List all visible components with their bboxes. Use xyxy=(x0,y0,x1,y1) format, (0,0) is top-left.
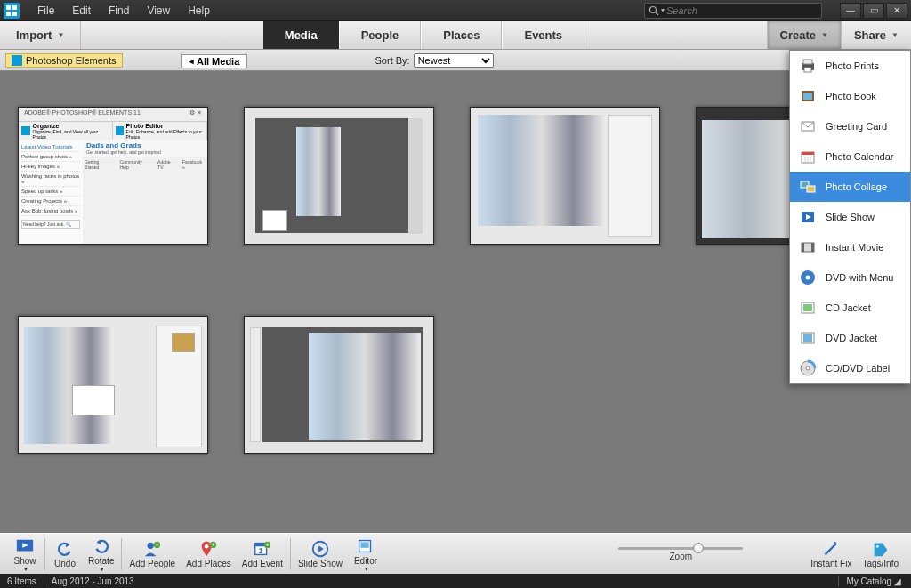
svg-rect-27 xyxy=(803,304,812,311)
breadcrumb-photoshop-elements[interactable]: Photoshop Elements xyxy=(5,53,123,68)
import-button[interactable]: Import▼ xyxy=(0,21,81,49)
minimize-button[interactable]: — xyxy=(840,3,861,19)
create-photo-prints[interactable]: Photo Prints xyxy=(790,51,910,81)
svg-text:+: + xyxy=(265,542,269,548)
thumbnail[interactable] xyxy=(470,107,660,245)
svg-point-31 xyxy=(806,366,810,370)
tab-people[interactable]: People xyxy=(339,21,422,49)
add-event-button[interactable]: 1+ Add Event xyxy=(237,539,288,568)
menubar: File Edit Find View Help ▾ — ▭ ✕ xyxy=(0,0,911,21)
thumbnail[interactable] xyxy=(18,316,208,454)
filter-bar: Photoshop Elements Sort By: Newest xyxy=(0,50,911,71)
rotate-icon xyxy=(92,536,111,556)
menu-find[interactable]: Find xyxy=(100,1,138,20)
search-input[interactable] xyxy=(666,5,818,16)
item-count: 6 Items xyxy=(7,576,36,586)
create-photo-calendar[interactable]: Photo Calendar xyxy=(790,141,910,172)
create-greeting-card[interactable]: Greeting Card xyxy=(790,111,910,141)
create-menu: Photo Prints Photo Book Greeting Card Ph… xyxy=(789,50,911,384)
svg-rect-7 xyxy=(803,60,812,64)
filter-all-media[interactable]: ◂ All Media xyxy=(181,54,247,68)
svg-rect-3 xyxy=(12,12,17,16)
create-slide-show[interactable]: Slide Show xyxy=(790,202,910,232)
svg-rect-0 xyxy=(6,5,11,10)
bottom-toolbar: Show▼ Undo Rotate▼ + Add People + Add Pl… xyxy=(0,533,911,574)
thumbnail[interactable] xyxy=(244,107,434,245)
svg-text:+: + xyxy=(156,542,159,548)
show-button[interactable]: Show▼ xyxy=(7,536,43,572)
editor-icon xyxy=(356,536,375,556)
play-circle-icon xyxy=(310,539,330,559)
app-icon xyxy=(4,3,20,19)
tags-info-button[interactable]: Tags/Info xyxy=(857,539,904,568)
zoom-slider[interactable] xyxy=(618,547,743,550)
cd-jacket-icon xyxy=(799,299,817,317)
svg-rect-23 xyxy=(811,243,814,252)
svg-rect-8 xyxy=(804,68,811,72)
create-dvd-jacket[interactable]: DVD Jacket xyxy=(790,323,910,353)
pse-icon xyxy=(12,55,22,66)
slide-show-button[interactable]: Slide Show xyxy=(293,539,348,568)
svg-rect-29 xyxy=(803,334,812,342)
add-places-button[interactable]: + Add Places xyxy=(181,539,237,568)
create-button[interactable]: Create▼ xyxy=(767,21,841,49)
search-icon xyxy=(649,5,659,16)
add-people-button[interactable]: + Add People xyxy=(124,539,181,568)
create-instant-movie[interactable]: Instant Movie xyxy=(790,232,910,262)
svg-marker-48 xyxy=(318,545,324,552)
film-icon xyxy=(799,238,817,256)
book-icon xyxy=(799,87,817,105)
create-cd-dvd-label[interactable]: CD/DVD Label xyxy=(790,353,910,383)
maximize-button[interactable]: ▭ xyxy=(863,3,884,19)
close-button[interactable]: ✕ xyxy=(886,3,907,19)
tab-events[interactable]: Events xyxy=(502,21,584,49)
share-button[interactable]: Share▼ xyxy=(841,21,911,49)
create-photo-book[interactable]: Photo Book xyxy=(790,81,910,111)
calendar-add-icon: 1+ xyxy=(253,539,272,559)
svg-point-36 xyxy=(148,543,154,549)
undo-button[interactable]: Undo xyxy=(47,539,83,568)
menu-view[interactable]: View xyxy=(138,1,179,20)
svg-text:1: 1 xyxy=(259,547,263,555)
tab-places[interactable]: Places xyxy=(421,21,502,49)
rotate-button[interactable]: Rotate▼ xyxy=(83,536,119,572)
editor-button[interactable]: Editor▼ xyxy=(348,536,383,572)
printer-icon xyxy=(799,57,817,75)
undo-icon xyxy=(55,539,75,559)
menu-help[interactable]: Help xyxy=(179,1,219,20)
thumbnail[interactable] xyxy=(244,316,434,454)
zoom-label: Zoom xyxy=(669,552,692,561)
collage-icon xyxy=(799,178,817,196)
window-controls: — ▭ ✕ xyxy=(840,3,907,19)
instant-fix-button[interactable]: Instant Fix xyxy=(805,539,857,568)
thumbnail[interactable]: ADOBE® PHOTOSHOP® ELEMENTS 11⚙ ✕ Organiz… xyxy=(18,107,208,245)
sort-select[interactable]: Newest xyxy=(414,53,494,68)
date-range: Aug 2012 - Jun 2013 xyxy=(52,576,134,586)
person-add-icon: + xyxy=(142,539,162,559)
svg-line-5 xyxy=(656,12,658,15)
svg-point-39 xyxy=(205,544,209,549)
dvd-jacket-icon xyxy=(799,329,817,347)
catalog-name[interactable]: My Catalog xyxy=(846,576,891,586)
media-grid: ADOBE® PHOTOSHOP® ELEMENTS 11⚙ ✕ Organiz… xyxy=(0,71,911,533)
disc-icon xyxy=(799,269,817,286)
svg-rect-1 xyxy=(12,5,17,10)
create-dvd-menu[interactable]: DVD with Menu xyxy=(790,262,910,293)
menu-file[interactable]: File xyxy=(28,1,63,20)
create-photo-collage[interactable]: Photo Collage xyxy=(790,172,910,202)
main-toolbar: Import▼ Media People Places Events Creat… xyxy=(0,21,911,50)
svg-rect-10 xyxy=(803,93,812,100)
wand-icon xyxy=(821,539,841,559)
tag-icon xyxy=(871,539,891,559)
svg-rect-50 xyxy=(360,542,368,547)
create-cd-jacket[interactable]: CD Jacket xyxy=(790,293,910,323)
svg-point-52 xyxy=(876,545,879,548)
search-box[interactable]: ▾ xyxy=(644,3,822,19)
tab-media[interactable]: Media xyxy=(263,21,339,49)
play-icon xyxy=(799,208,817,226)
card-icon xyxy=(799,117,817,135)
svg-marker-35 xyxy=(96,539,101,544)
pin-add-icon: + xyxy=(198,539,218,559)
menu-edit[interactable]: Edit xyxy=(63,1,100,20)
svg-text:+: + xyxy=(212,542,215,548)
